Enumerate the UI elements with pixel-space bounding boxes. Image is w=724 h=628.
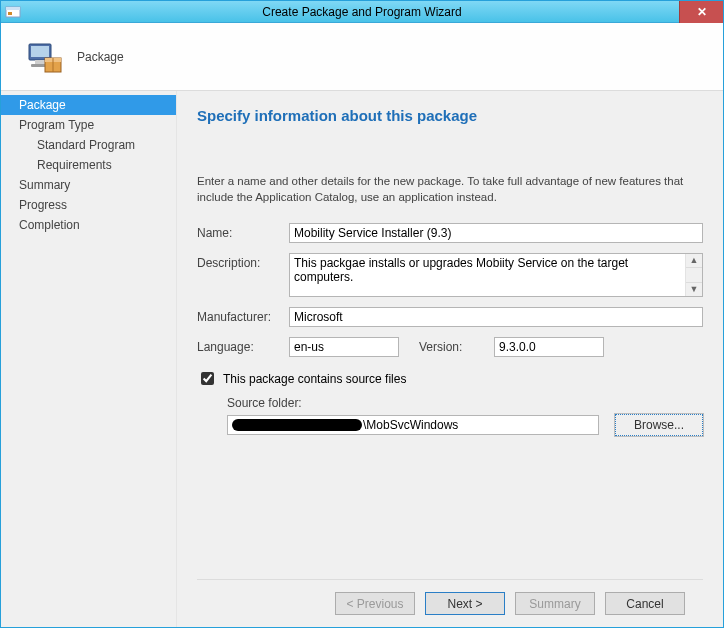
svg-rect-1 (6, 7, 20, 10)
svg-rect-4 (31, 46, 49, 57)
nav-item-program-type[interactable]: Program Type (1, 115, 176, 135)
wizard-nav: Package Program Type Standard Program Re… (1, 91, 177, 627)
svg-rect-2 (8, 12, 12, 15)
next-button[interactable]: Next > (425, 592, 505, 615)
browse-button[interactable]: Browse... (615, 414, 703, 436)
wizard-button-bar: < Previous Next > Summary Cancel (197, 579, 703, 627)
name-field[interactable] (289, 223, 703, 243)
nav-item-package[interactable]: Package (1, 95, 176, 115)
contains-source-checkbox[interactable] (201, 372, 214, 385)
language-field[interactable] (289, 337, 399, 357)
label-contains-source: This package contains source files (223, 372, 406, 386)
nav-item-progress[interactable]: Progress (1, 195, 176, 215)
scroll-down-icon[interactable]: ▼ (686, 282, 702, 296)
label-manufacturer: Manufacturer: (197, 307, 289, 324)
row-contains-source: This package contains source files (197, 369, 703, 388)
row-manufacturer: Manufacturer: (197, 307, 703, 327)
label-name: Name: (197, 223, 289, 240)
nav-item-summary[interactable]: Summary (1, 175, 176, 195)
intro-text: Enter a name and other details for the n… (197, 174, 703, 205)
row-language-version: Language: Version: (197, 337, 703, 357)
svg-rect-5 (35, 60, 45, 64)
package-icon (25, 38, 63, 76)
wizard-header-title: Package (77, 50, 124, 64)
row-description: Description: This packgae installs or up… (197, 253, 703, 297)
close-button[interactable]: ✕ (679, 1, 723, 23)
label-language: Language: (197, 337, 289, 354)
label-source-folder: Source folder: (227, 396, 703, 410)
wizard-body: Package Program Type Standard Program Re… (1, 91, 723, 627)
window-title: Create Package and Program Wizard (262, 5, 461, 19)
label-version: Version: (419, 340, 474, 354)
nav-item-requirements[interactable]: Requirements (1, 155, 176, 175)
source-folder-field[interactable]: \MobSvcWindows (227, 415, 599, 435)
row-name: Name: (197, 223, 703, 243)
wizard-window: Create Package and Program Wizard ✕ Pack… (0, 0, 724, 628)
cancel-button[interactable]: Cancel (605, 592, 685, 615)
system-menu-icon[interactable] (5, 4, 21, 20)
title-bar: Create Package and Program Wizard ✕ (1, 1, 723, 23)
source-path-visible: \MobSvcWindows (363, 418, 458, 432)
summary-button[interactable]: Summary (515, 592, 595, 615)
redacted-path-segment (232, 419, 362, 431)
nav-item-standard-program[interactable]: Standard Program (1, 135, 176, 155)
description-scrollbar[interactable]: ▲ ▼ (685, 254, 702, 296)
manufacturer-field[interactable] (289, 307, 703, 327)
version-field[interactable] (494, 337, 604, 357)
previous-button[interactable]: < Previous (335, 592, 415, 615)
source-folder-block: Source folder: \MobSvcWindows Browse... (197, 396, 703, 436)
wizard-main: Specify information about this package E… (177, 91, 723, 627)
wizard-header: Package (1, 23, 723, 91)
close-icon: ✕ (697, 5, 707, 19)
page-title: Specify information about this package (197, 107, 703, 124)
nav-item-completion[interactable]: Completion (1, 215, 176, 235)
scroll-up-icon[interactable]: ▲ (686, 254, 702, 268)
label-description: Description: (197, 253, 289, 270)
description-field[interactable]: This packgae installs or upgrades Mobiit… (290, 254, 685, 296)
